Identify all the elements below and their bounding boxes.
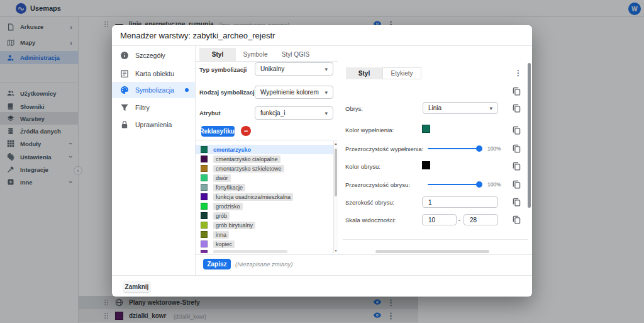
typ-symbolizacji-label: Typ symbolizacji <box>199 66 247 73</box>
scale-min-input[interactable]: 10 <box>422 214 457 225</box>
copy-icon[interactable] <box>512 215 521 225</box>
style-panel-tab-etykiety[interactable]: Etykiety <box>382 67 421 79</box>
stroke-color-swatch[interactable] <box>422 161 430 169</box>
modal-nav-karta-obiektu[interactable]: Karta obiektu <box>112 65 195 82</box>
typ-symbolizacji-select[interactable]: Unikalny▾ <box>255 62 333 76</box>
footer-divider <box>195 254 532 255</box>
skala-widocznosci-label: Skala widoczności: <box>345 217 396 224</box>
przezroczystosc-wypelnienia-label: Przezroczystość wypełnienia: <box>345 145 423 152</box>
caret-down-icon: ▾ <box>325 66 328 72</box>
copy-icon[interactable] <box>512 87 521 96</box>
legend-color-swatch <box>201 212 208 219</box>
szerokosc-obrysu-label: Szerokość obrysu: <box>345 199 394 206</box>
legend-scrollbar-thumb[interactable] <box>335 149 337 196</box>
modal-nav-filtry[interactable]: Filtry <box>112 99 195 116</box>
reklasyfikuj-button[interactable]: Reklasyfikuj <box>201 126 235 137</box>
fill-opacity-value: 100% <box>487 145 501 152</box>
rodzaj-symbolizacji-label: Rodzaj symbolizacji <box>199 89 256 96</box>
obrys-label: Obrys: <box>345 105 363 112</box>
list-top-divider <box>195 140 338 140</box>
copy-icon[interactable] <box>512 162 521 171</box>
legend-item[interactable]: cmentarzysko <box>196 145 333 154</box>
tab-symbole[interactable]: Symbole <box>236 48 275 61</box>
remove-class-button[interactable]: − <box>241 126 251 136</box>
layer-manager-modal: Menadżer warstwy: zabytki_archeo_rejestr… <box>112 25 532 297</box>
legend-color-swatch <box>201 241 208 247</box>
copy-icon[interactable] <box>512 180 521 190</box>
atrybut-label: Atrybut <box>199 110 221 116</box>
legend-item[interactable] <box>196 249 333 253</box>
legend-color-swatch <box>201 193 208 200</box>
horizontal-scrollbar-thumb[interactable] <box>375 250 489 253</box>
stroke-opacity-value: 100% <box>487 181 501 188</box>
palette-icon <box>120 86 129 94</box>
modal-bottom-divider <box>112 275 532 276</box>
legend-item[interactable]: cmentarzysko ciałopalne <box>196 154 333 164</box>
style-panel-tab-styl[interactable]: Styl <box>346 67 382 79</box>
atrybut-select[interactable]: funkcja_i▾ <box>255 106 333 120</box>
legend-item[interactable]: fortyfikacje <box>196 183 333 192</box>
legend-scrollbar[interactable]: ▲ ▼ <box>333 141 338 253</box>
scroll-up-icon[interactable]: ▲ <box>334 142 338 145</box>
copy-icon[interactable] <box>512 198 521 207</box>
scroll-down-icon[interactable]: ▼ <box>334 249 338 252</box>
legend-item[interactable]: grób birytualny <box>196 220 333 230</box>
legend-item[interactable]: kopiec <box>196 239 333 249</box>
header-divider <box>112 45 532 46</box>
modal-nav-szczegoly[interactable]: Szczegóły <box>112 47 195 64</box>
tab-styl-qgis[interactable]: Styl QGIS <box>275 48 316 61</box>
legend-color-swatch <box>201 222 208 229</box>
przezroczystosc-obrysu-label: Przezroczystość obrysu: <box>345 181 410 188</box>
legend-color-swatch <box>201 231 208 238</box>
legend-class-list: cmentarzysko cmentarzysko ciałopalne cme… <box>196 141 333 253</box>
modal-title: Menadżer warstwy: zabytki_archeo_rejestr <box>120 31 275 40</box>
legend-color-swatch <box>201 174 208 181</box>
tab-styl[interactable]: Styl <box>199 48 236 61</box>
stroke-width-input[interactable]: 1 <box>422 196 498 208</box>
fill-opacity-slider[interactable] <box>428 148 481 149</box>
copy-icon[interactable] <box>512 126 521 135</box>
legend-color-swatch <box>201 203 208 210</box>
legend-item[interactable]: grób <box>196 211 333 220</box>
zamknij-button[interactable]: Zamknij <box>123 281 150 292</box>
legend-item[interactable]: cmentarzysko szkieletowe <box>196 164 333 173</box>
modal-nav-uprawnienia[interactable]: Uprawnienia <box>112 116 195 133</box>
obrys-select[interactable]: Linia▾ <box>423 102 498 114</box>
legend-color-swatch <box>201 184 208 191</box>
info-icon <box>120 51 129 60</box>
legend-item[interactable]: grodzisko <box>196 201 333 211</box>
legend-color-swatch <box>201 165 208 172</box>
legend-item[interactable]: dwór <box>196 173 333 183</box>
tabs-divider <box>195 61 338 62</box>
legend-color-swatch <box>201 250 208 253</box>
kolor-obrysu-label: Kolor obrysu: <box>345 163 380 170</box>
stroke-opacity-slider[interactable] <box>428 184 481 185</box>
legend-color-swatch <box>201 156 208 162</box>
caret-down-icon: ▾ <box>489 105 492 111</box>
modal-nav-symbolizacja[interactable]: Symbolizacja <box>112 82 195 98</box>
legend-item[interactable]: inna <box>196 230 333 239</box>
copy-icon[interactable] <box>512 104 521 113</box>
unsaved-indicator-dot <box>185 88 189 92</box>
legend-item[interactable]: funkcja osadnicza/mieszkalna <box>196 192 333 201</box>
copy-icon[interactable] <box>512 144 521 154</box>
style-panel-scrollbar[interactable] <box>528 63 531 208</box>
zapisz-button[interactable]: Zapisz <box>203 259 231 269</box>
slider-knob[interactable] <box>476 145 482 152</box>
form-card-icon <box>120 69 129 78</box>
unsaved-changes-note: (Niezapisane zmiany) <box>235 261 292 268</box>
slider-knob[interactable] <box>476 181 482 188</box>
style-panel-kebab-icon[interactable]: ⋮ <box>514 69 522 77</box>
caret-down-icon: ▾ <box>325 110 328 116</box>
fill-color-swatch[interactable] <box>422 125 430 133</box>
legend-color-swatch <box>201 146 208 153</box>
style-panel-divider <box>343 239 528 240</box>
kolor-wypelnienia-label: Kolor wypełnienia: <box>345 127 394 133</box>
scale-max-input[interactable]: 28 <box>464 214 498 225</box>
lock-icon <box>120 120 129 129</box>
rodzaj-symbolizacji-select[interactable]: Wypełnienie kolorem▾ <box>255 86 333 99</box>
caret-down-icon: ▾ <box>325 89 328 96</box>
filter-icon <box>120 103 129 112</box>
scale-range-dash: - <box>458 217 460 224</box>
